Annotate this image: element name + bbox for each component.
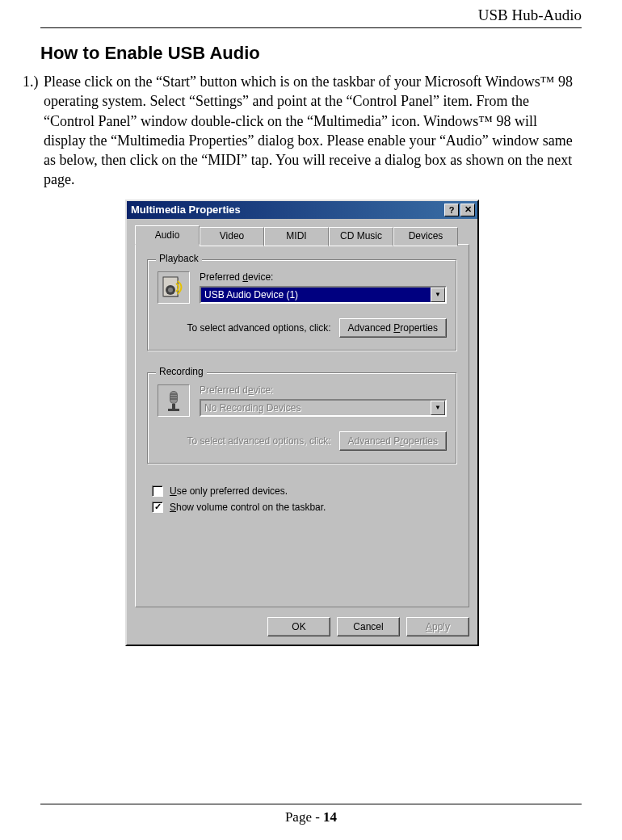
playback-device-select[interactable]: USB Audio Device (1) ▼ (200, 286, 447, 304)
close-icon: ✕ (464, 204, 472, 215)
checkbox-unchecked-icon[interactable] (152, 485, 163, 497)
close-button[interactable]: ✕ (460, 204, 475, 216)
multimedia-properties-dialog: Multimedia Properties ? ✕ Audio Video MI… (125, 200, 479, 646)
use-preferred-checkbox-row[interactable]: Use only preferred devices. (152, 485, 457, 497)
recording-advanced-button: Advanced Properties (339, 431, 447, 451)
playback-device-label: Preferred device: (200, 271, 447, 283)
recording-group: Recording (147, 372, 457, 464)
tab-video[interactable]: Video (200, 227, 264, 246)
apply-button: Apply (406, 617, 469, 636)
tab-panel-audio: Playback (135, 244, 469, 607)
show-volume-label: Show volume control on the taskbar. (170, 502, 326, 513)
recording-adv-text: To select advanced options, click: (187, 435, 330, 447)
recording-device-select: No Recording Devices ▼ (200, 399, 447, 417)
recording-legend: Recording (156, 366, 207, 377)
dropdown-icon[interactable]: ▼ (431, 288, 445, 302)
playback-legend: Playback (156, 253, 202, 264)
svg-rect-5 (170, 392, 177, 403)
ok-button[interactable]: OK (267, 617, 330, 636)
step-text: Please click on the “Start” button which… (44, 72, 582, 190)
tab-cdmusic[interactable]: CD Music (329, 227, 393, 246)
step-number: 1.) (23, 72, 44, 190)
recording-device-value: No Recording Devices (201, 401, 431, 415)
step-1: 1.) Please click on the “Start” button w… (23, 72, 582, 190)
tab-midi[interactable]: MIDI (264, 227, 329, 246)
recording-device-label: Preferred device: (200, 384, 447, 396)
page-header: USB Hub-Audio (0, 0, 622, 27)
cancel-button[interactable]: Cancel (337, 617, 400, 636)
help-icon: ? (449, 205, 455, 215)
microphone-icon (158, 384, 190, 417)
tab-strip: Audio Video MIDI CD Music Devices (135, 225, 469, 245)
svg-rect-9 (172, 404, 175, 409)
tab-audio[interactable]: Audio (135, 225, 200, 245)
section-title: How to Enable USB Audio (40, 43, 582, 64)
playback-device-value: USB Audio Device (1) (201, 288, 431, 302)
playback-advanced-button[interactable]: Advanced Properties (339, 318, 447, 338)
use-preferred-label: Use only preferred devices. (170, 485, 288, 497)
tab-devices[interactable]: Devices (393, 227, 458, 246)
help-button[interactable]: ? (444, 204, 459, 216)
dialog-title: Multimedia Properties (131, 204, 443, 216)
playback-adv-text: To select advanced options, click: (187, 322, 330, 334)
dropdown-icon: ▼ (431, 401, 445, 415)
show-volume-checkbox-row[interactable]: ✓ Show volume control on the taskbar. (152, 502, 457, 513)
playback-group: Playback (147, 259, 457, 351)
svg-rect-10 (168, 409, 179, 411)
page-footer: Page - 14 (0, 809, 622, 825)
svg-point-3 (168, 288, 173, 292)
speaker-icon (158, 271, 190, 304)
titlebar[interactable]: Multimedia Properties ? ✕ (127, 201, 477, 219)
checkbox-checked-icon[interactable]: ✓ (152, 502, 163, 513)
divider-bottom (40, 804, 582, 804)
